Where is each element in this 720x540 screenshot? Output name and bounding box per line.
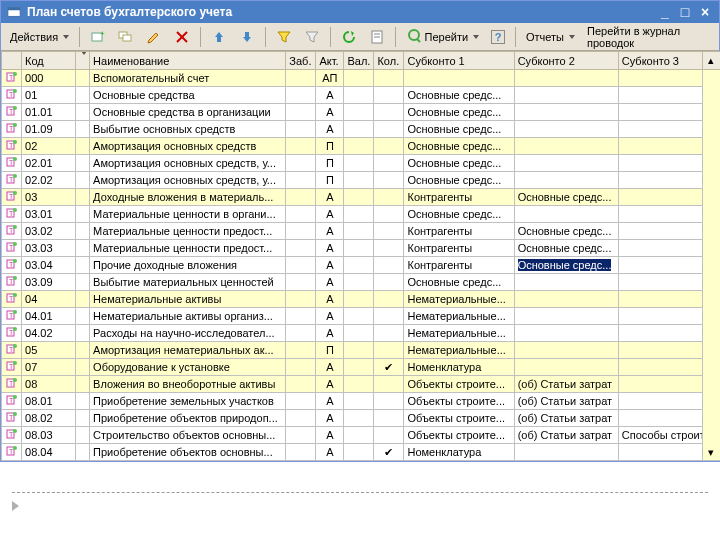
move-up-button[interactable] xyxy=(206,26,232,48)
cell-code: 04 xyxy=(22,291,76,308)
col-zab[interactable]: Заб. xyxy=(286,52,316,70)
cell-zab xyxy=(286,342,316,359)
table-row[interactable]: T05Амортизация нематериальных ак...ПНема… xyxy=(2,342,721,359)
col-dropdown[interactable] xyxy=(76,52,90,70)
col-code[interactable]: Код xyxy=(22,52,76,70)
cell-code: 03.04 xyxy=(22,257,76,274)
table-row[interactable]: T08.04Приобретение объектов основны...А✔… xyxy=(2,444,721,461)
table-row[interactable]: T04.02Расходы на научно-исследовател...А… xyxy=(2,325,721,342)
add-group-button[interactable] xyxy=(113,26,139,48)
cell-kol xyxy=(374,70,404,87)
cell-kol xyxy=(374,206,404,223)
table-row[interactable]: T03.04Прочие доходные вложенияАКонтраген… xyxy=(2,257,721,274)
col-sub2[interactable]: Субконто 2 xyxy=(514,52,618,70)
cell-akt: А xyxy=(316,189,344,206)
cell-code: 05 xyxy=(22,342,76,359)
cell-val xyxy=(344,376,374,393)
titlebar[interactable]: План счетов бухгалтерского учета _ □ × xyxy=(1,1,719,23)
cell-kol xyxy=(374,325,404,342)
cell-sub2: Основные средс... xyxy=(514,189,618,206)
table-row[interactable]: T07Оборудование к установкеА✔Номенклатур… xyxy=(2,359,721,376)
cell-sub3 xyxy=(618,223,702,240)
window-title: План счетов бухгалтерского учета xyxy=(27,5,232,19)
col-icon[interactable] xyxy=(2,52,22,70)
table-row[interactable]: T03.09Выбытие материальных ценностейАОсн… xyxy=(2,274,721,291)
cell-name: Строительство объектов основны... xyxy=(90,427,286,444)
scroll-up[interactable]: ▴ xyxy=(702,52,720,70)
goto-menu[interactable]: Перейти xyxy=(401,26,485,48)
table-row[interactable]: T03.01Материальные ценности в органи...А… xyxy=(2,206,721,223)
cell-sub1: Объекты строите... xyxy=(404,376,514,393)
minimize-button[interactable]: _ xyxy=(657,4,673,20)
refresh-button[interactable] xyxy=(336,26,362,48)
table-row[interactable]: T08.03Строительство объектов основны...А… xyxy=(2,427,721,444)
svg-point-77 xyxy=(13,412,17,416)
svg-text:T: T xyxy=(9,295,14,302)
svg-point-53 xyxy=(13,276,17,280)
filter-off-button[interactable] xyxy=(299,26,325,48)
journal-link[interactable]: Перейти в журнал проводок xyxy=(582,22,715,52)
account-icon: T xyxy=(6,309,18,321)
svg-text:T: T xyxy=(9,74,14,81)
cell-sub1: Номенклатура xyxy=(404,444,514,461)
table-row[interactable]: T03Доходные вложения в материаль...АКонт… xyxy=(2,189,721,206)
account-icon: T xyxy=(6,445,18,457)
help-button[interactable]: ? xyxy=(486,27,510,47)
settings-button[interactable] xyxy=(364,26,390,48)
move-down-button[interactable] xyxy=(234,26,260,48)
edit-button[interactable] xyxy=(141,26,167,48)
col-kol[interactable]: Кол. xyxy=(374,52,404,70)
col-sub3[interactable]: Субконто 3 xyxy=(618,52,702,70)
cell-sub2: Основные средс... xyxy=(514,257,618,274)
svg-point-32 xyxy=(13,157,17,161)
cell-sub1: Контрагенты xyxy=(404,189,514,206)
account-icon: T xyxy=(6,394,18,406)
col-sub1[interactable]: Субконто 1 xyxy=(404,52,514,70)
table-row[interactable]: T08.02Приобретение объектов природоп...А… xyxy=(2,410,721,427)
col-name[interactable]: Наименование xyxy=(90,52,286,70)
table-row[interactable]: T000Вспомогательный счетАП▾ xyxy=(2,70,721,87)
play-icon[interactable] xyxy=(12,501,19,511)
svg-text:T: T xyxy=(9,108,14,115)
col-akt[interactable]: Акт. xyxy=(316,52,344,70)
scrollbar[interactable]: ▾ xyxy=(702,70,720,461)
svg-text:T: T xyxy=(9,227,14,234)
cell-name: Расходы на научно-исследовател... xyxy=(90,325,286,342)
cell-sub3 xyxy=(618,410,702,427)
actions-menu[interactable]: Действия xyxy=(5,28,74,46)
svg-point-44 xyxy=(13,225,17,229)
table-row[interactable]: T02Амортизация основных средствПОсновные… xyxy=(2,138,721,155)
maximize-button[interactable]: □ xyxy=(677,4,693,20)
reports-menu[interactable]: Отчеты xyxy=(521,28,580,46)
cell-val xyxy=(344,410,374,427)
cell-sub3 xyxy=(618,257,702,274)
svg-text:T: T xyxy=(9,329,14,336)
table-row[interactable]: T01Основные средстваАОсновные средс... xyxy=(2,87,721,104)
cell-akt: А xyxy=(316,274,344,291)
table-row[interactable]: T04.01Нематериальные активы организ...АН… xyxy=(2,308,721,325)
svg-text:T: T xyxy=(9,193,14,200)
table-row[interactable]: T08.01Приобретение земельных участковАОб… xyxy=(2,393,721,410)
table-row[interactable]: T03.03Материальные ценности предост...АК… xyxy=(2,240,721,257)
cell-sub3 xyxy=(618,359,702,376)
table-row[interactable]: T08Вложения во внеоборотные активыАОбъек… xyxy=(2,376,721,393)
table-row[interactable]: T04Нематериальные активыАНематериальные.… xyxy=(2,291,721,308)
table-row[interactable]: T01.01Основные средства в организацииАОс… xyxy=(2,104,721,121)
table-row[interactable]: T01.09Выбытие основных средствАОсновные … xyxy=(2,121,721,138)
table-row[interactable]: T03.02Материальные ценности предост...АК… xyxy=(2,223,721,240)
cell-name: Нематериальные активы организ... xyxy=(90,308,286,325)
delete-button[interactable] xyxy=(169,26,195,48)
account-icon: T xyxy=(6,207,18,219)
cell-val xyxy=(344,104,374,121)
table-row[interactable]: T02.02Амортизация основных средств, у...… xyxy=(2,172,721,189)
col-val[interactable]: Вал. xyxy=(344,52,374,70)
cell-akt: А xyxy=(316,325,344,342)
close-button[interactable]: × xyxy=(697,4,713,20)
cell-code: 000 xyxy=(22,70,76,87)
cell-name: Оборудование к установке xyxy=(90,359,286,376)
table-row[interactable]: T02.01Амортизация основных средств, у...… xyxy=(2,155,721,172)
add-button[interactable]: + xyxy=(85,26,111,48)
cell-zab xyxy=(286,444,316,461)
cell-val xyxy=(344,359,374,376)
filter-button[interactable] xyxy=(271,26,297,48)
